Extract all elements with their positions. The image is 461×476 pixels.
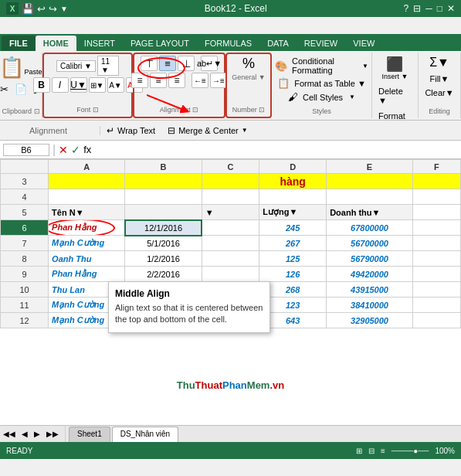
qat-undo[interactable]: ↩ xyxy=(37,3,46,15)
align-bottom-button[interactable]: ⊥ xyxy=(178,56,195,71)
merge-center-button[interactable]: ⊟ Merge & Center ▼ xyxy=(161,125,254,136)
tab-data[interactable]: DATA xyxy=(259,36,297,51)
cell-c4[interactable] xyxy=(202,189,259,205)
function-icon[interactable]: fx xyxy=(83,144,91,155)
wrap-text-button[interactable]: ↵ Wrap Text xyxy=(100,125,161,136)
cell-f3[interactable] xyxy=(412,174,460,189)
cell-e4[interactable] xyxy=(327,189,413,205)
italic-button[interactable]: I xyxy=(52,77,69,93)
sheet-tab-ds-nhan-vien[interactable]: DS_Nhân viên xyxy=(112,427,178,442)
tab-view[interactable]: VIEW xyxy=(345,36,382,51)
tab-formulas[interactable]: FORMULAS xyxy=(197,36,259,51)
font-size-dropdown[interactable]: 11 ▼ xyxy=(97,56,119,76)
font-family-dropdown[interactable]: Calibri ▼ xyxy=(56,60,96,72)
cell-f6[interactable] xyxy=(412,220,460,236)
cell-c7[interactable] xyxy=(202,236,259,251)
sheet-nav-last[interactable]: ▶▶ xyxy=(43,430,62,438)
cell-a5[interactable]: Tên N▼ xyxy=(49,205,125,220)
tab-page-layout[interactable]: PAGE LAYOUT xyxy=(123,36,197,51)
minimize-button[interactable]: ─ xyxy=(425,3,432,14)
cell-d4[interactable] xyxy=(259,189,327,205)
cell-c5[interactable]: ▼ xyxy=(202,205,259,220)
normal-view-button[interactable]: ⊞ xyxy=(356,447,362,455)
formula-input[interactable] xyxy=(94,145,458,155)
cell-b4[interactable] xyxy=(125,189,202,205)
cell-b3[interactable] xyxy=(125,174,202,189)
close-button[interactable]: ✕ xyxy=(447,3,455,14)
underline-button[interactable]: U▼ xyxy=(70,77,87,93)
cell-f12[interactable] xyxy=(412,313,460,328)
sheet-tab-sheet1[interactable]: Sheet1 xyxy=(69,427,110,442)
help-button[interactable]: ? xyxy=(404,3,409,14)
cell-d3[interactable]: hàng xyxy=(259,174,327,189)
col-header-a[interactable]: A xyxy=(49,160,125,174)
col-header-e[interactable]: E xyxy=(327,160,413,174)
cell-e10[interactable]: 43915000 xyxy=(327,282,413,298)
col-header-c[interactable]: C xyxy=(202,160,259,174)
align-center-button[interactable]: ≡ xyxy=(150,73,167,88)
tab-file[interactable]: FILE xyxy=(2,36,36,51)
sheet-nav-back[interactable]: ◀ xyxy=(19,430,31,438)
cancel-icon[interactable]: ✕ xyxy=(59,144,68,156)
align-left-button[interactable]: ≡ xyxy=(131,73,148,88)
tab-review[interactable]: REVIEW xyxy=(297,36,345,51)
conditional-formatting-btn[interactable]: 🎨 Conditional Formatting ▼ xyxy=(275,56,368,76)
col-header-b[interactable]: B xyxy=(125,160,202,174)
cell-f7[interactable] xyxy=(412,236,460,251)
col-header-f[interactable]: F xyxy=(412,160,460,174)
page-layout-view-button[interactable]: ⊟ xyxy=(368,447,375,455)
qat-more[interactable]: ▼ xyxy=(60,5,68,13)
page-break-view-button[interactable]: ≡ xyxy=(381,447,385,455)
cell-e7[interactable]: 56700000 xyxy=(327,236,413,251)
qat-redo[interactable]: ↪ xyxy=(49,3,57,15)
cell-b6[interactable]: 12/1/2016 xyxy=(125,220,202,236)
cell-c3[interactable] xyxy=(202,174,259,189)
cell-styles-btn[interactable]: 🖌 Cell Styles ▼ xyxy=(288,90,355,104)
restore-button[interactable]: □ xyxy=(437,3,442,14)
cell-d9[interactable]: 126 xyxy=(259,267,327,282)
align-top-button[interactable]: ⊤ xyxy=(141,56,158,71)
delete-cells-button[interactable]: Delete ▼ xyxy=(375,85,415,107)
sheet-nav-prev[interactable]: ◀◀ xyxy=(0,430,19,438)
cell-d6[interactable]: 245 xyxy=(259,220,327,236)
cell-f10[interactable] xyxy=(412,282,460,298)
cell-reference-box[interactable]: B6 xyxy=(3,144,49,156)
cell-e6[interactable]: 67800000 xyxy=(327,220,413,236)
format-as-table-btn[interactable]: 📋 Format as Table ▼ xyxy=(277,76,366,90)
cell-b5[interactable] xyxy=(125,205,202,220)
cell-f8[interactable] xyxy=(412,251,460,267)
bold-button[interactable]: B xyxy=(33,77,50,93)
cell-d5[interactable]: Lượng▼ xyxy=(259,205,327,220)
border-button[interactable]: ⊞▼ xyxy=(89,77,106,93)
cell-e8[interactable]: 56790000 xyxy=(327,251,413,267)
text-direction-button[interactable]: ab↵▼ xyxy=(201,56,218,71)
cell-f4[interactable] xyxy=(412,189,460,205)
cell-b8[interactable]: 1/2/2016 xyxy=(125,251,202,267)
increase-indent-button[interactable]: →≡ xyxy=(210,73,227,88)
cell-a3[interactable] xyxy=(49,174,125,189)
clear-button[interactable]: Clear▼ xyxy=(422,87,456,99)
cut-button[interactable]: ✂ xyxy=(0,83,12,96)
cell-a6[interactable]: Phan Hằng xyxy=(49,220,125,236)
cell-e12[interactable]: 32905000 xyxy=(327,313,413,328)
ribbon-collapse-button[interactable]: ⊟ xyxy=(413,3,421,14)
insert-cells-button[interactable]: ⬛ Insert ▼ xyxy=(379,54,412,82)
qat-save[interactable]: 💾 xyxy=(22,3,34,15)
cell-f11[interactable] xyxy=(412,298,460,313)
cell-c8[interactable] xyxy=(202,251,259,267)
tab-insert[interactable]: INSERT xyxy=(76,36,123,51)
align-middle-button[interactable]: ≡ xyxy=(159,56,176,71)
cell-e11[interactable]: 38410000 xyxy=(327,298,413,313)
cell-e9[interactable]: 49420000 xyxy=(327,267,413,282)
cell-a9[interactable]: Phan Hằng xyxy=(49,267,125,282)
cell-c9[interactable] xyxy=(202,267,259,282)
decrease-indent-button[interactable]: ←≡ xyxy=(192,73,208,88)
cell-d8[interactable]: 125 xyxy=(259,251,327,267)
cell-d7[interactable]: 267 xyxy=(259,236,327,251)
cell-f9[interactable] xyxy=(412,267,460,282)
cell-a7[interactable]: Mạnh Cường xyxy=(49,236,125,251)
sheet-nav-fwd[interactable]: ▶ xyxy=(31,430,43,438)
cell-b9[interactable]: 2/2/2016 xyxy=(125,267,202,282)
align-right-button[interactable]: ≡ xyxy=(168,73,185,88)
tab-home[interactable]: HOME xyxy=(36,36,76,51)
